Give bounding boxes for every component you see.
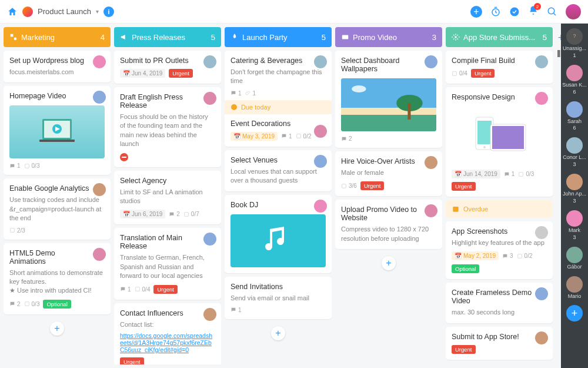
card-title: Book DJ — [230, 201, 326, 209]
add-card-button[interactable]: + — [271, 326, 285, 340]
card[interactable]: Compile Final Build 0/4Urgent — [446, 51, 553, 84]
card[interactable]: Select Dashboard Wallpapers 2 — [335, 51, 442, 148]
column-count: 4 — [101, 33, 105, 42]
card[interactable]: Translation of Main Release Translate to… — [114, 228, 221, 299]
check-icon[interactable] — [509, 6, 520, 17]
svg-rect-19 — [341, 115, 436, 131]
card[interactable]: Catering & Beverages Don't forget the ch… — [225, 51, 332, 102]
card-desc: Compress video to 1280 x 720 resolution … — [341, 225, 436, 243]
rocket-icon — [230, 33, 239, 41]
svg-rect-10 — [11, 228, 15, 233]
sidebar-member[interactable]: Susan K...6 — [562, 65, 587, 95]
card-title: Select Dashboard Wallpapers — [341, 57, 436, 73]
card-desc: Highlight key features of the app — [452, 238, 547, 247]
view-toggle-icon[interactable] — [556, 49, 561, 58]
card-title: Translation of Main Release — [120, 234, 215, 250]
card[interactable]: HTML5 Demo Animations Short animations t… — [4, 243, 111, 314]
svg-rect-16 — [342, 35, 349, 39]
card[interactable]: Submit to PR Outlets 📅 Jun 4, 2019Urgent — [114, 51, 221, 84]
assignee-avatar — [93, 91, 106, 104]
add-button[interactable]: + — [470, 6, 482, 18]
column-header[interactable]: Promo Video 3 — [335, 27, 442, 47]
card-title: Submit to PR Outlets — [120, 57, 215, 65]
sidebar-member[interactable]: Conor L...3 — [563, 137, 586, 168]
card[interactable]: Upload Promo Video to Website Compress v… — [335, 200, 442, 249]
card[interactable]: Homepage Video 1 0/3 — [4, 86, 111, 175]
thumbnail-laptop — [9, 105, 105, 158]
card[interactable]: Due today Event Decorations 📅 May 3, 201… — [225, 106, 332, 147]
card[interactable]: Enable Google Analytics Use tracking cod… — [4, 178, 111, 239]
due-date: 📅 Jun 4, 2019 — [120, 69, 165, 78]
svg-rect-13 — [135, 287, 139, 291]
card[interactable]: Responsive Design 📅 Jun 14, 201910/3Urge… — [446, 87, 553, 197]
project-title[interactable]: Product Launch — [38, 7, 91, 16]
info-icon[interactable]: i — [103, 6, 114, 17]
sidebar-member[interactable]: Mario — [566, 276, 583, 300]
card[interactable]: Hire Voice-Over Artists Male or female 3… — [335, 151, 442, 196]
project-color-badge — [22, 6, 33, 17]
sidebar-member[interactable]: Gábor — [566, 247, 583, 270]
card[interactable]: Submit to App Store! Urgent — [446, 327, 553, 360]
card-title: Homepage Video — [9, 92, 105, 100]
card-title: Contact Influencers — [120, 309, 215, 317]
column-promo-video: Promo Video 3 Select Dashboard Wallpaper… — [335, 27, 442, 364]
add-card-button[interactable]: + — [50, 321, 64, 336]
thumbnail-beach — [341, 78, 436, 131]
timer-icon[interactable] — [490, 6, 501, 17]
checklist-count: 0/4 — [135, 286, 151, 293]
column-header[interactable]: App Store Submiss... 5 — [446, 27, 553, 47]
checklist-count: 3/6 — [341, 183, 357, 189]
svg-rect-11 — [25, 302, 29, 306]
comment-count: 1 — [120, 286, 131, 293]
card-link[interactable]: https://docs.google.com/spreadsheets/d/1… — [120, 332, 215, 353]
checklist-count: 0/2 — [517, 253, 533, 259]
checklist-count: 0/4 — [452, 70, 467, 77]
add-card-button[interactable]: + — [382, 256, 396, 270]
badge-urgent: Urgent — [471, 69, 495, 78]
card[interactable]: Draft English Press Release Focus should… — [114, 87, 221, 167]
svg-rect-21 — [407, 103, 410, 120]
sidebar-member[interactable]: ?Unassig...1 — [563, 28, 586, 59]
sidebar-member[interactable]: Mark3 — [566, 210, 583, 241]
assignee-avatar — [425, 55, 437, 68]
add-member-button[interactable]: + — [566, 305, 583, 321]
svg-rect-12 — [184, 213, 188, 217]
card-title: Submit to App Store! — [452, 333, 547, 341]
card-title: Send Invitations — [230, 283, 326, 291]
card-desc: Local venues that can support over a tho… — [230, 167, 326, 185]
card-title: HTML5 Demo Animations — [9, 249, 105, 266]
badge-optional: Optional — [452, 264, 479, 273]
card[interactable]: App Screenshots Highlight key features o… — [446, 221, 553, 279]
card-desc: Don't forget the champagne this time — [230, 68, 326, 86]
megaphone-icon — [120, 33, 128, 41]
card-desc: Translate to German, French, Spanish and… — [120, 253, 215, 280]
overdue-banner: Overdue — [446, 200, 553, 218]
column-header[interactable]: Press Releases 5 — [114, 27, 221, 47]
search-icon[interactable] — [547, 6, 557, 17]
card-title: Draft English Press Release — [120, 93, 215, 110]
card[interactable]: Select Agency Limit to SF and LA animati… — [114, 171, 221, 225]
card[interactable]: Set up Wordpress blog focus.meisterlabs.… — [4, 51, 111, 82]
notification-button[interactable]: 2 — [528, 5, 539, 18]
svg-rect-30 — [492, 126, 524, 149]
svg-rect-32 — [453, 207, 458, 212]
card[interactable]: Book DJ — [225, 195, 332, 273]
home-icon[interactable] — [7, 6, 18, 17]
column-header[interactable]: Launch Party 5 — [225, 27, 332, 47]
user-avatar[interactable] — [566, 4, 581, 19]
badge-urgent: Urgent — [153, 285, 178, 294]
chevron-down-icon[interactable]: ▾ — [96, 8, 99, 15]
gear-icon — [452, 33, 460, 41]
card-title: Enable Google Analytics — [9, 184, 105, 193]
badge-urgent: Urgent — [452, 345, 476, 354]
svg-rect-27 — [477, 121, 492, 144]
card[interactable]: Select Venues Local venues that can supp… — [225, 150, 332, 191]
card[interactable]: Contact Influencers Contact list: https:… — [114, 303, 221, 364]
sidebar-member[interactable]: Sarah6 — [566, 101, 583, 132]
sidebar-member[interactable]: John Ap...3 — [563, 174, 586, 204]
card[interactable]: Send Invitations Send via email or snail… — [225, 277, 332, 319]
card[interactable]: Create Frameless Demo Video max. 30 seco… — [446, 283, 553, 323]
column-header[interactable]: Marketing 4 — [4, 27, 111, 47]
thumbnail-devices — [452, 107, 547, 165]
badge-optional: Optional — [43, 300, 71, 309]
